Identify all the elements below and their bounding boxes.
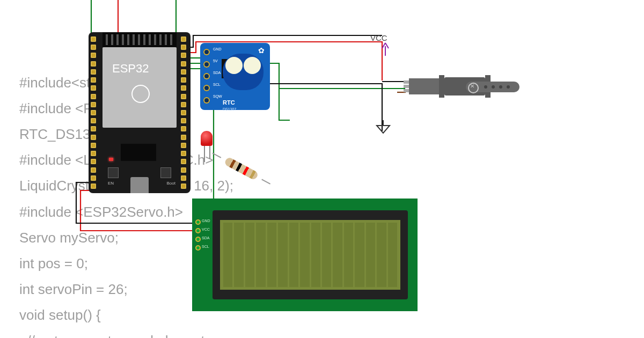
led-anode-leg xyxy=(204,146,205,162)
rtc-pin-label: SDA xyxy=(213,71,221,75)
esp32-boot-button xyxy=(160,167,171,178)
code-line: void setup() { xyxy=(19,307,101,323)
lcd-16x2: GND VCC SDA SCL xyxy=(192,199,418,311)
vcc-label: VCC xyxy=(370,33,387,42)
resistor-component xyxy=(218,153,265,183)
servo-horn-icon xyxy=(466,82,519,92)
rtc-battery-holder-icon xyxy=(223,54,264,90)
led-cathode-leg xyxy=(209,146,210,159)
code-line: Servo myServo; xyxy=(19,230,119,246)
espressif-logo-icon xyxy=(131,85,150,103)
rtc-pin-header xyxy=(203,46,213,106)
rtc-module: GND 5V SDA SCL SQW ✿ RTC DS1307 xyxy=(200,43,270,110)
servo-motor xyxy=(444,75,514,98)
wiring-diagram: #include<stdio.h> #include <RTClib.h> RT… xyxy=(0,0,644,338)
esp32-power-led-icon xyxy=(109,158,113,161)
code-line: int pos = 0; xyxy=(19,255,88,271)
lcd-pin-label: SCL xyxy=(202,245,209,248)
rtc-title: RTC xyxy=(223,99,235,106)
ground-symbol-icon xyxy=(376,120,391,134)
code-line: int servoPin = 26; xyxy=(19,281,128,297)
vcc-arrow-icon xyxy=(380,42,391,57)
esp32-usb-chip xyxy=(121,144,156,161)
servo-connector xyxy=(409,78,441,94)
code-line: // put your setup code here, to run once… xyxy=(19,333,275,338)
code-line: #include <ESP32Servo.h> xyxy=(19,204,183,220)
lcd-row-2 xyxy=(223,255,397,287)
esp32-board: ESP32 EN Boot xyxy=(89,32,191,193)
rtc-pin-label: 5V xyxy=(213,59,218,63)
lcd-pin-label: SDA xyxy=(202,236,209,240)
esp32-usb-port-icon xyxy=(130,177,149,193)
rtc-pin-label: SCL xyxy=(213,83,221,86)
esp32-label: ESP32 xyxy=(112,62,149,76)
esp32-en-button xyxy=(108,167,119,178)
lcd-screen xyxy=(220,220,400,290)
adafruit-logo-icon: ✿ xyxy=(258,46,265,55)
rtc-pin-label: SQW xyxy=(213,94,222,98)
led-component-icon xyxy=(201,131,213,146)
rtc-pin-label: GND xyxy=(213,47,222,51)
lcd-row-1 xyxy=(223,223,397,255)
rtc-subtitle: DS1307 xyxy=(223,107,236,111)
esp32-pins-right xyxy=(181,36,188,189)
lcd-pin-label: VCC xyxy=(202,227,210,231)
lcd-pin-label: GND xyxy=(202,219,210,223)
esp32-pins-left xyxy=(91,36,98,189)
esp32-en-label: EN xyxy=(108,181,114,186)
esp32-boot-label: Boot xyxy=(167,181,175,186)
esp32-antenna xyxy=(103,32,177,47)
